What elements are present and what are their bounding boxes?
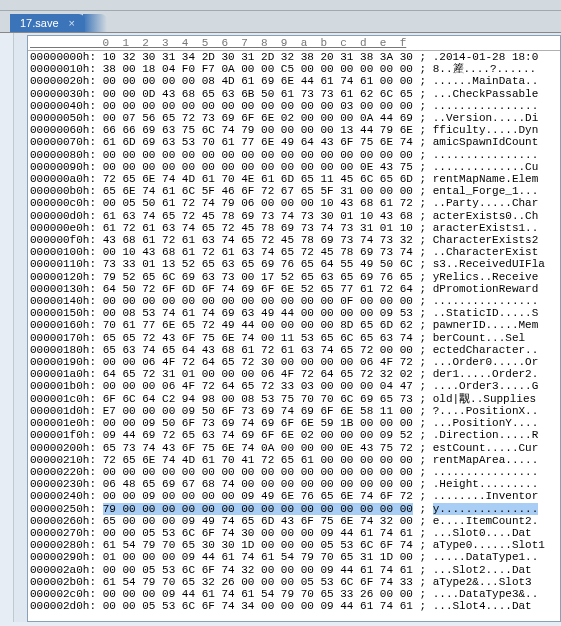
hex-row[interactable]: 00000250h: 79 00 00 00 00 00 00 00 00 00… xyxy=(28,503,560,515)
hex-row[interactable]: 00000270h: 00 00 05 53 6C 6F 74 30 00 00… xyxy=(28,527,560,539)
hex-editor-window: 17.save × 0 1 2 3 4 5 6 7 8 9 a b c d e … xyxy=(0,0,561,626)
hex-row[interactable]: 00000130h: 64 50 72 6F 6D 6F 74 69 6F 6E… xyxy=(28,283,560,295)
toolbar-strip xyxy=(0,0,561,11)
hex-view[interactable]: 0 1 2 3 4 5 6 7 8 9 a b c d e f 00000000… xyxy=(27,35,561,622)
left-gutter xyxy=(0,33,14,622)
hex-row[interactable]: 000000b0h: 65 6E 74 61 6C 5F 46 6F 72 67… xyxy=(28,185,560,197)
hex-row[interactable]: 00000180h: 65 63 74 65 64 43 68 61 72 61… xyxy=(28,344,560,356)
hex-scroll[interactable]: 0 1 2 3 4 5 6 7 8 9 a b c d e f 00000000… xyxy=(28,36,560,621)
hex-row[interactable]: 000000f0h: 43 68 61 72 61 63 74 65 72 45… xyxy=(28,234,560,246)
hex-row[interactable]: 00000040h: 00 00 00 00 00 00 00 00 00 00… xyxy=(28,100,560,112)
hex-row[interactable]: 00000010h: 38 00 18 04 F0 F7 0A 00 00 C5… xyxy=(28,63,560,75)
hex-row[interactable]: 00000140h: 00 00 00 00 00 00 00 00 00 00… xyxy=(28,295,560,307)
hex-row[interactable]: 00000240h: 00 00 09 00 00 00 00 09 49 6E… xyxy=(28,490,560,502)
hex-row[interactable]: 00000000h: 10 32 30 31 34 2D 30 31 2D 32… xyxy=(28,51,560,63)
hex-row[interactable]: 00000290h: 01 00 00 00 09 44 61 74 61 54… xyxy=(28,551,560,563)
tab-shadow xyxy=(83,14,107,32)
hex-row[interactable]: 000001a0h: 64 65 72 31 01 00 00 00 06 4F… xyxy=(28,368,560,380)
hex-row[interactable]: 00000260h: 65 00 00 00 09 49 74 65 6D 43… xyxy=(28,515,560,527)
hex-row[interactable]: 00000060h: 66 66 69 63 75 6C 74 79 00 00… xyxy=(28,124,560,136)
hex-row[interactable]: 000001b0h: 00 00 00 06 4F 72 64 65 72 33… xyxy=(28,380,560,392)
hex-row[interactable]: 00000230h: 06 48 65 69 67 68 74 00 00 00… xyxy=(28,478,560,490)
close-icon[interactable]: × xyxy=(69,17,75,29)
hex-row[interactable]: 000000c0h: 00 05 50 61 72 74 79 06 00 00… xyxy=(28,197,560,209)
status-bar xyxy=(0,622,561,626)
hex-row[interactable]: 00000200h: 65 73 74 43 6F 75 6E 74 0A 00… xyxy=(28,442,560,454)
hex-row[interactable]: 00000110h: 73 33 01 13 52 65 63 65 69 76… xyxy=(28,258,560,270)
hex-row[interactable]: 00000170h: 65 65 72 43 6F 75 6E 74 00 11… xyxy=(28,332,560,344)
tab-bar: 17.save × xyxy=(0,11,561,33)
hex-row[interactable]: 000001f0h: 09 44 69 72 65 63 74 69 6F 6E… xyxy=(28,429,560,441)
file-tab-label: 17.save xyxy=(20,17,59,29)
hex-row[interactable]: 00000210h: 72 65 6E 74 4D 61 70 41 72 65… xyxy=(28,454,560,466)
hex-row[interactable]: 00000220h: 00 00 00 00 00 00 00 00 00 00… xyxy=(28,466,560,478)
file-tab[interactable]: 17.save × xyxy=(10,14,85,32)
hex-row[interactable]: 000001d0h: E7 00 00 00 09 50 6F 73 69 74… xyxy=(28,405,560,417)
hex-row[interactable]: 000002d0h: 00 00 05 53 6C 6F 74 34 00 00… xyxy=(28,600,560,612)
hex-row[interactable]: 000002a0h: 00 00 05 53 6C 6F 74 32 00 00… xyxy=(28,564,560,576)
hex-row[interactable]: 00000100h: 00 10 43 68 61 72 61 63 74 65… xyxy=(28,246,560,258)
main-row: 0 1 2 3 4 5 6 7 8 9 a b c d e f 00000000… xyxy=(0,33,561,622)
hex-row[interactable]: 000002b0h: 61 54 79 70 65 32 26 00 00 00… xyxy=(28,576,560,588)
hex-row[interactable]: 00000190h: 00 00 06 4F 72 64 65 72 30 00… xyxy=(28,356,560,368)
hex-row[interactable]: 00000080h: 00 00 00 00 00 00 00 00 00 00… xyxy=(28,149,560,161)
hex-row[interactable]: 000002c0h: 00 00 00 09 44 61 74 61 54 79… xyxy=(28,588,560,600)
hex-row[interactable]: 000000a0h: 72 65 6E 74 4D 61 70 4E 61 6D… xyxy=(28,173,560,185)
hex-row[interactable]: 000000d0h: 61 63 74 65 72 45 78 69 73 74… xyxy=(28,210,560,222)
hex-row[interactable]: 000001c0h: 6F 6C 64 C2 94 98 00 08 53 75… xyxy=(28,393,560,405)
hex-row[interactable]: 000001e0h: 00 00 09 50 6F 73 69 74 69 6F… xyxy=(28,417,560,429)
hex-rows: 00000000h: 10 32 30 31 34 2D 30 31 2D 32… xyxy=(28,51,560,612)
hex-row[interactable]: 00000280h: 61 54 79 70 65 30 30 1D 00 00… xyxy=(28,539,560,551)
hex-row[interactable]: 00000120h: 79 52 65 6C 69 63 73 00 17 52… xyxy=(28,271,560,283)
hex-row[interactable]: 000000e0h: 61 72 61 63 74 65 72 45 78 69… xyxy=(28,222,560,234)
hex-row[interactable]: 00000160h: 70 61 77 6E 65 72 49 44 00 00… xyxy=(28,319,560,331)
hex-row[interactable]: 00000030h: 00 00 0D 43 68 65 63 6B 50 61… xyxy=(28,88,560,100)
hex-header: 0 1 2 3 4 5 6 7 8 9 a b c d e f xyxy=(28,36,560,51)
hex-row[interactable]: 00000070h: 61 6D 69 63 53 70 61 77 6E 49… xyxy=(28,136,560,148)
hex-row[interactable]: 00000050h: 00 07 56 65 72 73 69 6F 6E 02… xyxy=(28,112,560,124)
hex-row[interactable]: 00000150h: 00 08 53 74 61 74 69 63 49 44… xyxy=(28,307,560,319)
hex-row[interactable]: 00000090h: 00 00 00 00 00 00 00 00 00 00… xyxy=(28,161,560,173)
hex-row[interactable]: 00000020h: 00 00 00 00 00 08 4D 61 69 6E… xyxy=(28,75,560,87)
